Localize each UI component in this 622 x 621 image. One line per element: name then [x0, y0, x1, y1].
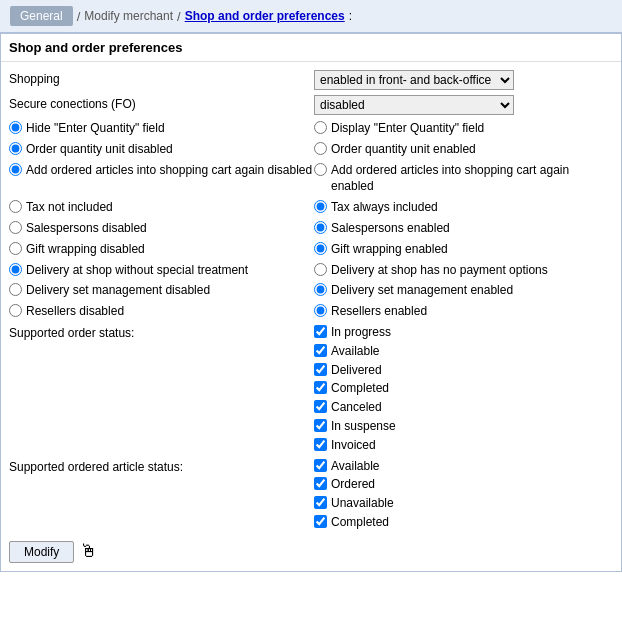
breadcrumb-colon: :	[349, 9, 352, 23]
article-status-item-3[interactable]: Completed	[314, 514, 613, 531]
order-status-item-4[interactable]: Canceled	[314, 399, 613, 416]
radio-pair-3: Tax not included Tax always included	[9, 199, 613, 216]
general-button[interactable]: General	[10, 6, 73, 26]
radio-right-5[interactable]: Gift wrapping enabled	[314, 241, 613, 258]
radio-right-8[interactable]: Resellers enabled	[314, 303, 613, 320]
order-status-item-1[interactable]: Available	[314, 343, 613, 360]
article-status-item-0[interactable]: Available	[314, 458, 613, 475]
page-content: Shop and order preferences Shopping enab…	[0, 33, 622, 572]
secure-row: Secure conections (FO) disabled enabled	[9, 95, 613, 115]
cursor-icon: 🖱	[80, 541, 98, 562]
modify-merchant-link[interactable]: Modify merchant	[84, 9, 173, 23]
modify-button[interactable]: Modify	[9, 541, 74, 563]
radio-pair-0: Hide "Enter Quantity" field Display "Ent…	[9, 120, 613, 137]
shopping-row: Shopping enabled in front- and back-offi…	[9, 70, 613, 90]
supported-article-status-label: Supported ordered article status:	[9, 458, 314, 531]
footer-bar: Modify 🖱	[1, 535, 621, 571]
radio-pair-5: Gift wrapping disabled Gift wrapping ena…	[9, 241, 613, 258]
secure-label: Secure conections (FO)	[9, 95, 314, 111]
radio-right-6[interactable]: Delivery at shop has no payment options	[314, 262, 613, 279]
radio-pair-4: Salespersons disabled Salespersons enabl…	[9, 220, 613, 237]
radio-right-0[interactable]: Display "Enter Quantity" field	[314, 120, 613, 137]
radio-left-3[interactable]: Tax not included	[9, 199, 314, 216]
radio-right-1[interactable]: Order quantity unit enabled	[314, 141, 613, 158]
radio-left-7[interactable]: Delivery set management disabled	[9, 282, 314, 299]
radio-pair-6: Delivery at shop without special treatme…	[9, 262, 613, 279]
order-status-item-2[interactable]: Delivered	[314, 362, 613, 379]
article-status-item-2[interactable]: Unavailable	[314, 495, 613, 512]
radio-left-2[interactable]: Add ordered articles into shopping cart …	[9, 162, 314, 179]
radio-pair-1: Order quantity unit disabled Order quant…	[9, 141, 613, 158]
order-status-item-0[interactable]: In progress	[314, 324, 613, 341]
shopping-select[interactable]: enabled in front- and back-office disabl…	[314, 70, 514, 90]
supported-article-status-section: Supported ordered article status: Availa…	[9, 458, 613, 531]
breadcrumb-sep-2: /	[177, 9, 181, 24]
order-status-item-5[interactable]: In suspense	[314, 418, 613, 435]
radio-left-5[interactable]: Gift wrapping disabled	[9, 241, 314, 258]
breadcrumb-sep-1: /	[77, 9, 81, 24]
radio-left-0[interactable]: Hide "Enter Quantity" field	[9, 120, 314, 137]
radio-right-7[interactable]: Delivery set management enabled	[314, 282, 613, 299]
radio-right-2[interactable]: Add ordered articles into shopping cart …	[314, 162, 613, 196]
radio-left-1[interactable]: Order quantity unit disabled	[9, 141, 314, 158]
order-status-item-3[interactable]: Completed	[314, 380, 613, 397]
article-status-item-1[interactable]: Ordered	[314, 476, 613, 493]
supported-order-status-label: Supported order status:	[9, 324, 314, 454]
supported-article-status-checks: Available Ordered Unavailable Completed	[314, 458, 613, 531]
secure-select[interactable]: disabled enabled	[314, 95, 514, 115]
breadcrumb-bar: General / Modify merchant / Shop and ord…	[0, 0, 622, 33]
radio-pair-2: Add ordered articles into shopping cart …	[9, 162, 613, 196]
radio-pair-8: Resellers disabled Resellers enabled	[9, 303, 613, 320]
radio-left-4[interactable]: Salespersons disabled	[9, 220, 314, 237]
radio-right-4[interactable]: Salespersons enabled	[314, 220, 613, 237]
supported-order-status-section: Supported order status: In progress Avai…	[9, 324, 613, 454]
section-title: Shop and order preferences	[1, 34, 621, 62]
radio-pair-7: Delivery set management disabled Deliver…	[9, 282, 613, 299]
shopping-label: Shopping	[9, 70, 314, 86]
radio-right-3[interactable]: Tax always included	[314, 199, 613, 216]
supported-order-status-checks: In progress Available Delivered Complete…	[314, 324, 613, 454]
radio-left-8[interactable]: Resellers disabled	[9, 303, 314, 320]
breadcrumb-current: Shop and order preferences	[185, 9, 345, 23]
order-status-item-6[interactable]: Invoiced	[314, 437, 613, 454]
radio-left-6[interactable]: Delivery at shop without special treatme…	[9, 262, 314, 279]
